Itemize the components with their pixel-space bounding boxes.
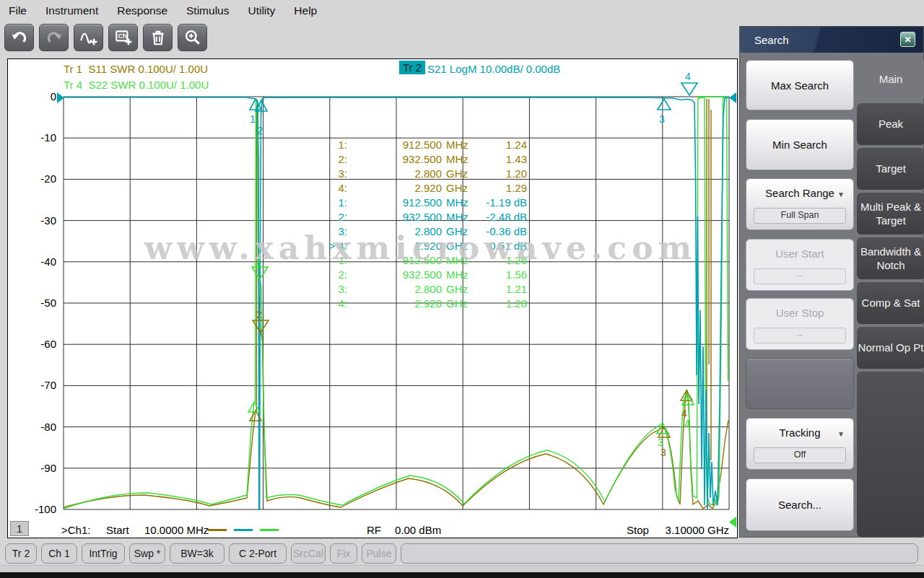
menu-item-instrument[interactable]: Instrument — [45, 4, 98, 17]
redo-button[interactable] — [39, 24, 69, 51]
bottom-border — [0, 572, 924, 578]
status-pulse: Pulse — [362, 543, 396, 564]
status-trace[interactable]: Tr 2 — [5, 543, 37, 564]
menu-item-stimulus[interactable]: Stimulus — [186, 4, 229, 17]
menu-item-utility[interactable]: Utility — [248, 4, 275, 17]
status-fix: Fix — [330, 543, 357, 564]
status-empty — [401, 543, 918, 564]
undo-button[interactable] — [4, 24, 34, 51]
blank-button — [746, 358, 854, 409]
menu-item-file[interactable]: File — [9, 4, 27, 17]
search-panel-title: Search — [754, 34, 789, 46]
menu-item-response[interactable]: Response — [117, 4, 167, 17]
tr2-swatch — [234, 529, 253, 531]
status-bandwidth[interactable]: BW=3k — [170, 543, 225, 564]
user-start-button[interactable]: User Start -- — [746, 239, 854, 291]
svg-text:4: 4 — [684, 418, 690, 429]
undo-icon — [10, 28, 29, 47]
chevron-down-icon: ▼ — [837, 430, 845, 438]
tab-multi-peak-target[interactable]: Multi Peak & Target — [857, 193, 924, 235]
tracking-value[interactable]: Off — [754, 447, 846, 463]
tr4-swatch — [260, 529, 279, 531]
menu-item-help[interactable]: Help — [294, 4, 317, 17]
svg-text:2: 2 — [257, 125, 263, 136]
user-stop-value: -- — [754, 328, 846, 343]
min-search-button[interactable]: Min Search — [746, 119, 854, 170]
user-stop-label: User Stop — [776, 307, 824, 319]
channel-tab-1[interactable]: 1 — [10, 521, 29, 536]
tracking-label: Tracking — [780, 426, 821, 439]
marker-readout-table: 1:912.500MHz1.24 2:932.500MHz1.43 3:2.80… — [318, 138, 527, 311]
svg-text:Ch: Ch — [118, 32, 127, 40]
tab-normal-op-pt[interactable]: Normal Op Pt — [857, 327, 924, 369]
user-start-label: User Start — [775, 248, 824, 260]
tr1-swatch — [208, 529, 227, 531]
max-search-button[interactable]: Max Search — [746, 60, 854, 110]
status-channel[interactable]: Ch 1 — [41, 543, 77, 564]
close-icon[interactable]: ✕ — [900, 32, 915, 47]
redo-icon — [45, 28, 64, 47]
search-range-label: Search Range — [765, 187, 834, 199]
zoom-icon — [183, 28, 202, 47]
stop-value[interactable]: 3.10000 GHz — [661, 524, 729, 536]
svg-text:3: 3 — [659, 113, 665, 125]
tracking-button[interactable]: Tracking ▼ Off — [746, 418, 854, 470]
user-stop-button[interactable]: User Stop -- — [746, 298, 854, 350]
add-channel-icon: Ch — [113, 28, 134, 47]
rf-value[interactable]: 0.00 dBm — [395, 524, 441, 536]
s11-markers — [250, 320, 692, 437]
delete-button[interactable] — [143, 24, 173, 51]
tab-comp-sat[interactable]: Comp & Sat — [857, 282, 924, 324]
search-dialog-button[interactable]: Search... — [746, 478, 854, 531]
svg-text:3: 3 — [661, 447, 666, 458]
svg-text:1: 1 — [250, 113, 256, 125]
add-trace-button[interactable] — [74, 24, 103, 51]
delete-icon — [149, 28, 167, 47]
search-range-value[interactable]: Full Span — [754, 208, 846, 224]
user-start-value: -- — [754, 268, 846, 284]
status-sweep[interactable]: Swp * — [129, 543, 165, 564]
rf-label: RF — [367, 524, 381, 536]
zoom-button[interactable] — [178, 24, 207, 51]
svg-text:3: 3 — [658, 437, 663, 448]
status-cal[interactable]: C 2-Port — [229, 543, 287, 564]
search-panel: Search ✕ Max Search Min Search Search Ra… — [739, 26, 924, 538]
menu-bar: File Instrument Response Stimulus Utilit… — [0, 0, 924, 22]
svg-text:2: 2 — [256, 309, 262, 320]
search-panel-header: Search — [740, 27, 923, 53]
channel-label: >Ch1: — [61, 524, 90, 536]
ref-arrow-s22-right — [729, 517, 736, 527]
svg-text:4: 4 — [685, 71, 691, 82]
start-label[interactable]: Start — [106, 524, 129, 536]
add-channel-button[interactable]: Ch — [108, 24, 138, 51]
ref-arrow-s21-right — [729, 92, 736, 103]
status-trigger[interactable]: IntTrig — [82, 543, 125, 564]
tab-main[interactable]: Main — [857, 58, 924, 100]
chevron-down-icon: ▼ — [837, 191, 845, 198]
status-srccal: SrcCal — [291, 543, 326, 564]
svg-text:2: 2 — [256, 255, 261, 267]
tab-target[interactable]: Target — [857, 148, 924, 190]
search-range-button[interactable]: Search Range ▼ Full Span — [746, 178, 854, 230]
tab-peak[interactable]: Peak — [857, 103, 924, 145]
stop-label[interactable]: Stop — [627, 524, 649, 536]
tab-bandwidth-notch[interactable]: Bandwidth & Notch — [857, 237, 924, 279]
add-trace-icon — [79, 28, 99, 47]
tab-filler — [857, 372, 924, 537]
start-value[interactable]: 10.0000 MHz — [144, 524, 209, 536]
